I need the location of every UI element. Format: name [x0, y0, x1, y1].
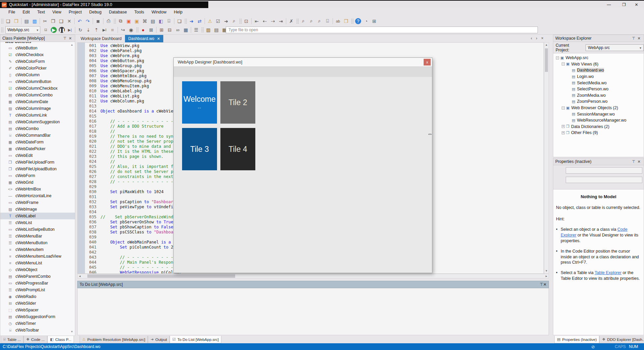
tree-item-web-views-6[interactable]: −▣Web Views (6)	[553, 61, 644, 68]
class-selector-combo[interactable]	[566, 177, 642, 183]
scroll-down-icon[interactable]: ▼	[544, 269, 549, 272]
delete-icon[interactable]: ✕	[65, 17, 73, 25]
webapp-designer-window[interactable]: WebApp Designer [Dashboard.wo] x Welcome…	[173, 57, 432, 273]
designer-tile-tile-2[interactable]: Tile 2	[220, 81, 255, 124]
pin-icon[interactable]: ⊤	[631, 160, 636, 164]
pin-icon[interactable]: ⊤	[540, 282, 543, 287]
palette-item-cwebgrid[interactable]: ▦cWebGrid	[0, 179, 75, 186]
object-selector-combo[interactable]	[566, 167, 642, 174]
tab-code[interactable]: ❖Code ...	[24, 336, 47, 343]
palette-item-cwebcommandbar[interactable]: ⌸cWebCommandBar	[0, 132, 75, 139]
paste-icon[interactable]: ❑	[57, 17, 65, 25]
palette-item-cwebspacer[interactable]: ⬚cWebSpacer	[0, 307, 75, 313]
list-view-icon[interactable]: ☰	[192, 27, 200, 34]
palette-item-cwebmenubutton[interactable]: ☰cWebMenuButton	[0, 239, 75, 246]
open-file-icon[interactable]: ❒	[12, 17, 20, 25]
locals-grid-icon[interactable]: ▦	[182, 27, 190, 34]
editor-horizontal-scrollbar[interactable]: ◄ ►	[77, 274, 549, 278]
palette-item-cwebiframe[interactable]: ▭cWebIFrame	[0, 199, 75, 206]
code-list-icon[interactable]: ▤	[149, 17, 157, 25]
menu-database[interactable]: Database	[105, 8, 131, 16]
tree-item-login-wo[interactable]: ▤Login.wo	[553, 74, 644, 80]
palette-item-cweblist[interactable]: ☰cWebList	[0, 219, 75, 226]
designer-title-bar[interactable]: WebApp Designer [Dashboard.wo] x	[174, 58, 432, 67]
pin-icon[interactable]: ⊤	[631, 36, 636, 41]
palette-item-cwebcolumnbutton[interactable]: ▭cWebColumnButton	[0, 78, 75, 85]
menu-tools[interactable]: Tools	[131, 8, 148, 16]
menu-debug[interactable]: Debug	[85, 8, 105, 16]
table-explorer-link[interactable]: Table Explorer	[595, 270, 621, 275]
breakpoint-list-icon[interactable]: ⊠	[147, 27, 155, 34]
sync-icon[interactable]: ⇄	[196, 17, 204, 25]
palette-item-cwebcolumn[interactable]: ▯cWebColumn	[0, 72, 75, 78]
tree-item-webresourcemanager-wo[interactable]: ▤WebResourceManager.wo	[553, 117, 644, 124]
palette-item-cwebtoolbar[interactable]: ⌸cWebToolbar	[0, 327, 75, 334]
palette-item-cwebcolumnlink[interactable]: TcWebColumnLink	[0, 112, 75, 119]
stop-icon[interactable]: ◉	[127, 27, 135, 34]
palette-item-cwebpromptlist[interactable]: ☰cWebPromptList	[0, 287, 75, 293]
tree-item-other-files-9[interactable]: +❐Other Files (9)	[553, 130, 644, 136]
find-file-icon[interactable]: ⌕	[230, 17, 238, 25]
find-in-files-icon[interactable]: ⌺	[324, 17, 332, 25]
db-builder-icon[interactable]: ▥	[204, 27, 212, 34]
redo-icon[interactable]: ↷	[84, 17, 92, 25]
table-search-icon[interactable]: ⌹	[165, 17, 173, 25]
palette-item-cwebmenulist[interactable]: ≡cWebMenuList	[0, 260, 75, 266]
palette-item-cwebtimer[interactable]: ◷cWebTimer	[0, 320, 75, 327]
bookmark-clear-icon[interactable]: ✗	[287, 17, 295, 25]
tree-item-data-dictionaries-2[interactable]: +❒Data Dictionaries (2)	[553, 124, 644, 130]
palette-item-cwebmenuitemloadview[interactable]: ≡cWebMenuItemLoadView	[0, 253, 75, 260]
current-project-select[interactable]: WebApp.src ▾	[586, 44, 644, 51]
editor-tab-dashboard-wo[interactable]: Dashboard.wo✕	[125, 35, 164, 42]
palette-item-cweblabel[interactable]: TcWebLabel	[0, 213, 75, 219]
new-window-icon[interactable]: ❏	[175, 17, 183, 25]
tab-output[interactable]: ➜Output	[148, 336, 170, 343]
about-icon[interactable]: ◔	[362, 17, 370, 25]
step-out-icon[interactable]: ⇡	[92, 27, 100, 34]
help-icon[interactable]: ?	[355, 18, 361, 24]
menu-file[interactable]: File	[5, 8, 19, 16]
collapse-icon[interactable]: −	[562, 106, 565, 110]
palette-item-cwebhtmlbox[interactable]: <>cWebHtmlBox	[0, 186, 75, 192]
expand-icon[interactable]: +	[562, 131, 565, 134]
class-explorer-icon[interactable]: ⌘	[141, 17, 149, 25]
bookmark-prev-icon[interactable]: ⇠	[261, 17, 269, 25]
palette-item-cwebcolumndate[interactable]: ▦cWebColumnDate	[0, 98, 75, 105]
close-icon[interactable]: ✕	[68, 36, 73, 41]
bookmark-window-icon[interactable]: ⊡	[242, 17, 250, 25]
tree-item-dashboard-wo[interactable]: ▤Dashboard.wo	[553, 67, 644, 74]
menu-text[interactable]: Text	[34, 8, 49, 16]
close-icon[interactable]: ✕	[543, 282, 547, 287]
scroll-left-icon[interactable]: ◄	[78, 275, 82, 278]
goggles-icon[interactable]: ∞	[174, 27, 182, 34]
save-all-icon[interactable]: ▥	[31, 17, 39, 25]
palette-item-cwebcolumncombo[interactable]: ▤cWebColumnCombo	[0, 92, 75, 98]
bookmark-prev-doc-icon[interactable]: ⇤	[253, 17, 261, 25]
scroll-up-icon[interactable]: ▲	[544, 43, 549, 46]
minimize-button[interactable]: —	[601, 1, 616, 8]
output-export-icon[interactable]: ➜	[222, 17, 230, 25]
palette-item-cwebbutton[interactable]: ▭cWebButton	[0, 45, 75, 51]
palette-item-cwebdateform[interactable]: ▦cWebDateForm	[0, 139, 75, 145]
run-icon[interactable]: ▶	[51, 27, 57, 33]
save-icon[interactable]: ▤	[23, 17, 31, 25]
palette-item-cwebcolumnimage[interactable]: ▨cWebColumnImage	[0, 105, 75, 112]
set-next-icon[interactable]: ⌗	[109, 27, 117, 34]
scroll-up-icon[interactable]: ▲	[70, 43, 74, 46]
bookmark-next-icon[interactable]: ⇢	[269, 17, 277, 25]
cut-icon[interactable]: ✂	[41, 17, 49, 25]
watch-1-icon[interactable]: ⊞	[158, 27, 166, 34]
palette-item-cwebcolumnsuggestion[interactable]: ▤cWebColumnSuggestion	[0, 119, 75, 125]
palette-item-cwebmenubar[interactable]: ☰cWebMenuBar	[0, 233, 75, 239]
pin-icon[interactable]: ⊤	[62, 36, 68, 41]
call-stack-icon[interactable]: ↪	[119, 27, 127, 34]
workspace-icon[interactable]: ▣	[133, 17, 141, 25]
expand-icon[interactable]: +	[562, 125, 565, 128]
scroll-down-icon[interactable]: ▼	[70, 330, 74, 333]
find-prev-icon[interactable]: ⌕	[307, 17, 315, 25]
compile-icon[interactable]: ⌑	[42, 27, 50, 34]
editor-vertical-scrollbar[interactable]: ▲ ▼	[544, 42, 549, 274]
designer-tile-tile-4[interactable]: Tile 4	[220, 128, 255, 170]
scroll-right-icon[interactable]: ►	[544, 275, 549, 278]
todo-check-icon[interactable]: ☑	[214, 17, 222, 25]
